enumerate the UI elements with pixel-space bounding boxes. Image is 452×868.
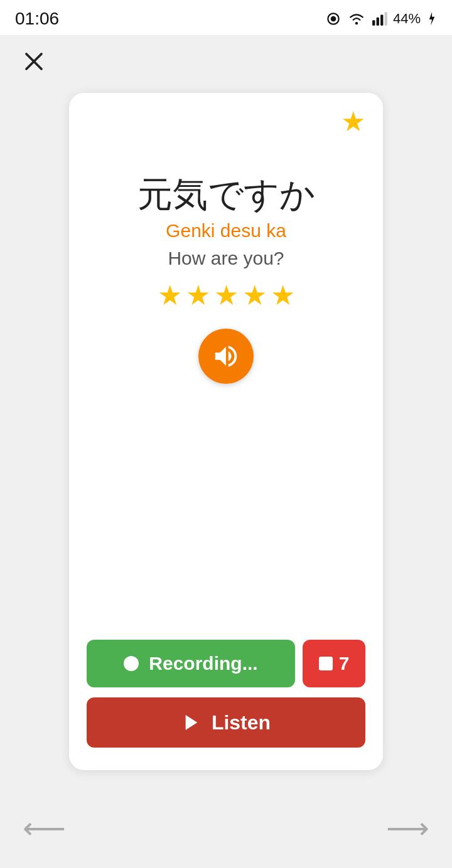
svg-rect-4 [377, 18, 379, 26]
listen-button[interactable]: Listen [87, 697, 365, 748]
stop-icon [319, 657, 333, 670]
status-icons: 44% [325, 11, 437, 27]
prev-arrow-icon: ⟵ [23, 812, 66, 845]
battery-charging-icon [426, 11, 437, 27]
rating-stars: ★ ★ ★ ★ ★ [158, 279, 295, 311]
svg-point-1 [331, 16, 336, 22]
recording-button-label: Recording... [149, 653, 257, 674]
romaji-text: Genki desu ka [166, 220, 286, 241]
stop-count: 7 [339, 653, 350, 674]
speaker-icon [212, 342, 240, 371]
translation-text: How are you? [168, 248, 284, 269]
wifi-icon [347, 11, 367, 27]
svg-marker-10 [186, 715, 198, 730]
japanese-text: 元気ですか [137, 173, 315, 215]
close-button[interactable] [15, 43, 53, 80]
star-2: ★ [186, 279, 210, 311]
signal-icon [372, 11, 388, 27]
recording-button[interactable]: Recording... [87, 640, 295, 687]
bookmark-star[interactable]: ★ [341, 108, 365, 135]
bottom-buttons: Recording... 7 Listen [87, 640, 365, 748]
play-icon [181, 712, 202, 733]
recording-row: Recording... 7 [87, 640, 365, 687]
star-5: ★ [271, 279, 295, 311]
next-arrow-button[interactable]: ⟶ [381, 805, 434, 850]
navigation-arrows: ⟵ ⟶ [0, 805, 452, 850]
screen-record-icon [325, 11, 342, 27]
stop-button[interactable]: 7 [303, 640, 365, 687]
status-time: 01:06 [15, 9, 59, 29]
star-4: ★ [242, 279, 267, 311]
svg-rect-5 [380, 15, 383, 26]
battery-indicator: 44% [393, 11, 421, 27]
svg-marker-7 [429, 12, 435, 26]
recording-dot [124, 656, 139, 671]
status-bar: 01:06 44% [0, 0, 452, 35]
svg-rect-3 [372, 20, 375, 26]
svg-rect-6 [385, 12, 387, 26]
star-3: ★ [214, 279, 239, 311]
next-arrow-icon: ⟶ [386, 812, 429, 845]
listen-button-label: Listen [212, 711, 271, 734]
star-1: ★ [158, 279, 182, 311]
flashcard: ★ 元気ですか Genki desu ka How are you? ★ ★ ★… [69, 93, 383, 770]
prev-arrow-button[interactable]: ⟵ [18, 805, 71, 850]
svg-point-2 [355, 22, 358, 24]
speaker-button[interactable] [198, 329, 254, 384]
